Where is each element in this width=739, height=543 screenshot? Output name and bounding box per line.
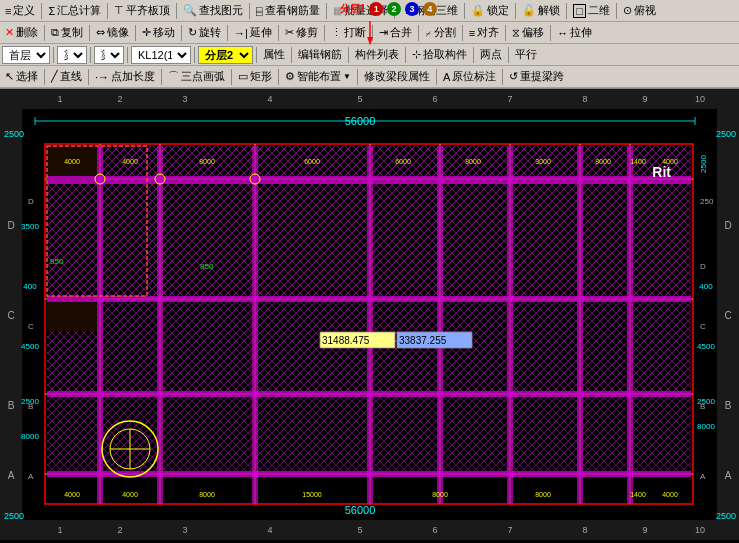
svg-text:4500: 4500 bbox=[697, 342, 715, 351]
svg-text:B: B bbox=[700, 402, 705, 411]
svg-text:A: A bbox=[725, 470, 732, 481]
svg-text:5: 5 bbox=[357, 94, 362, 104]
btn-annotation[interactable]: A 原位标注 bbox=[440, 68, 499, 85]
svg-text:D: D bbox=[7, 220, 14, 231]
type-select[interactable]: 梁 bbox=[57, 46, 87, 64]
svg-text:D: D bbox=[724, 220, 731, 231]
btn-line[interactable]: ╱ 直线 bbox=[48, 68, 85, 85]
trim-icon: ✂ bbox=[285, 26, 294, 39]
btn-point-length[interactable]: ·→ 点加长度 bbox=[92, 68, 158, 85]
btn-delete[interactable]: ✕ 删除 bbox=[2, 24, 41, 41]
sep bbox=[348, 47, 349, 63]
svg-text:2500: 2500 bbox=[4, 129, 24, 139]
sep bbox=[44, 25, 45, 41]
sep bbox=[357, 69, 358, 85]
search-icon: 🔍 bbox=[183, 4, 197, 17]
sep bbox=[326, 3, 327, 19]
floor-select[interactable]: 首层 bbox=[2, 46, 50, 64]
btn-parallel[interactable]: 平行 bbox=[512, 46, 540, 63]
sep bbox=[89, 25, 90, 41]
break-icon: ⋮ bbox=[331, 26, 342, 39]
arc-icon: ⌒ bbox=[168, 69, 179, 84]
btn-rect[interactable]: ▭ 矩形 bbox=[235, 68, 275, 85]
btn-lock[interactable]: 🔒 锁定 bbox=[468, 2, 512, 19]
svg-text:6000: 6000 bbox=[304, 158, 320, 165]
btn-unlock[interactable]: 🔓 解锁 bbox=[519, 2, 563, 19]
btn-pick-component[interactable]: ⊹ 拾取构件 bbox=[409, 46, 470, 63]
align-top-icon: ⊤ bbox=[114, 4, 124, 17]
btn-2d[interactable]: □ 二维 bbox=[570, 2, 613, 19]
svg-text:8000: 8000 bbox=[199, 158, 215, 165]
btn-move[interactable]: ✛ 移动 bbox=[139, 24, 178, 41]
svg-text:33837.255: 33837.255 bbox=[399, 335, 447, 346]
drawing-area: 1 2 3 4 5 6 7 8 9 10 1 2 3 4 5 6 7 8 9 1… bbox=[0, 89, 739, 540]
svg-text:C: C bbox=[724, 310, 731, 321]
sep bbox=[41, 3, 42, 19]
sep bbox=[462, 25, 463, 41]
sep bbox=[231, 69, 232, 85]
btn-rebar-view[interactable]: ⌸ 查看钢筋量 bbox=[253, 2, 323, 19]
top-view-icon: ⊙ bbox=[623, 4, 632, 17]
element-type-select[interactable]: 梁 bbox=[94, 46, 124, 64]
sep bbox=[324, 25, 325, 41]
btn-auto-place[interactable]: ⚙ 智能布置 ▼ bbox=[282, 68, 354, 85]
calc-icon: Σ bbox=[48, 5, 55, 17]
svg-text:2: 2 bbox=[117, 94, 122, 104]
svg-text:3500: 3500 bbox=[21, 222, 39, 231]
btn-extend[interactable]: →| 延伸 bbox=[231, 24, 275, 41]
element-id-select[interactable]: KL12(1) bbox=[131, 46, 191, 64]
btn-align-top[interactable]: ⊤ 平齐板顶 bbox=[111, 2, 173, 19]
sep bbox=[505, 25, 506, 41]
sep bbox=[291, 47, 292, 63]
rotate-icon: ↻ bbox=[188, 26, 197, 39]
btn-batch-select[interactable]: ▦ 批量选择 bbox=[330, 2, 391, 19]
svg-text:1400: 1400 bbox=[630, 491, 646, 498]
sep bbox=[90, 47, 91, 63]
btn-mirror[interactable]: ⇔ 镜像 bbox=[93, 24, 132, 41]
move-icon: ✛ bbox=[142, 26, 151, 39]
svg-text:250: 250 bbox=[700, 197, 714, 206]
svg-text:1: 1 bbox=[57, 94, 62, 104]
sep bbox=[249, 3, 250, 19]
btn-select-mode[interactable]: ↖ 选择 bbox=[2, 68, 41, 85]
btn-merge[interactable]: ⇥ 合并 bbox=[376, 24, 415, 41]
svg-text:D: D bbox=[28, 197, 34, 206]
svg-text:4000: 4000 bbox=[64, 158, 80, 165]
svg-text:2: 2 bbox=[117, 525, 122, 535]
btn-arc[interactable]: ⌒ 三点画弧 bbox=[165, 68, 228, 85]
layer-select[interactable]: 分层2 bbox=[198, 46, 253, 64]
point-length-icon: ·→ bbox=[95, 71, 109, 83]
sep bbox=[473, 47, 474, 63]
svg-text:15000: 15000 bbox=[302, 491, 322, 498]
btn-rebar-3d[interactable]: ⋮ 钢筋三维 bbox=[398, 2, 461, 19]
btn-property[interactable]: 属性 bbox=[260, 46, 288, 63]
svg-text:8000: 8000 bbox=[697, 422, 715, 431]
copy-icon: ⧉ bbox=[51, 26, 59, 39]
btn-calc[interactable]: Σ 汇总计算 bbox=[45, 2, 104, 19]
btn-reset-span[interactable]: ↺ 重提梁跨 bbox=[506, 68, 567, 85]
svg-text:8000: 8000 bbox=[21, 432, 39, 441]
btn-copy[interactable]: ⧉ 复制 bbox=[48, 24, 86, 41]
svg-text:8000: 8000 bbox=[535, 491, 551, 498]
svg-text:9: 9 bbox=[642, 525, 647, 535]
btn-component-list[interactable]: 构件列表 bbox=[352, 46, 402, 63]
btn-rotate[interactable]: ↻ 旋转 bbox=[185, 24, 224, 41]
sep bbox=[394, 3, 395, 19]
btn-stretch[interactable]: ↔ 拉伸 bbox=[554, 24, 595, 41]
btn-define[interactable]: ≡ 定义 bbox=[2, 2, 38, 19]
btn-edit-beam-prop[interactable]: 修改梁段属性 bbox=[361, 68, 433, 85]
sep bbox=[256, 47, 257, 63]
btn-two-point[interactable]: 两点 bbox=[477, 46, 505, 63]
btn-top-view[interactable]: ⊙ 俯视 bbox=[620, 2, 659, 19]
btn-find[interactable]: 🔍 查找图元 bbox=[180, 2, 246, 19]
btn-edit-rebar[interactable]: 编辑钢筋 bbox=[295, 46, 345, 63]
btn-break[interactable]: ⋮ 打断 bbox=[328, 24, 369, 41]
svg-text:C: C bbox=[28, 322, 34, 331]
btn-split[interactable]: ⌿ 分割 bbox=[422, 24, 459, 41]
btn-trim[interactable]: ✂ 修剪 bbox=[282, 24, 321, 41]
svg-text:7: 7 bbox=[507, 525, 512, 535]
btn-align[interactable]: ≡ 对齐 bbox=[466, 24, 502, 41]
svg-text:B: B bbox=[725, 400, 732, 411]
chevron-down-icon: ▼ bbox=[343, 72, 351, 81]
btn-offset[interactable]: ⧖ 偏移 bbox=[509, 24, 547, 41]
